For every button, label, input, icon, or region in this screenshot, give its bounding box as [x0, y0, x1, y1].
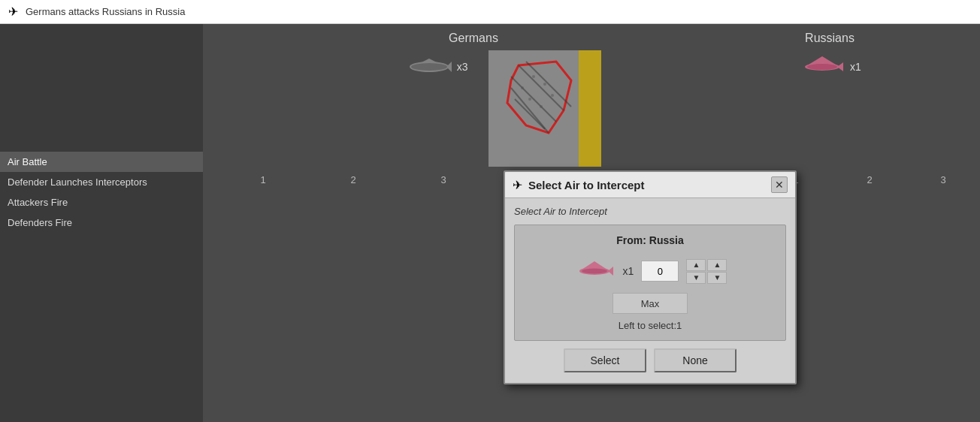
increment-max-button[interactable]: ▲	[707, 259, 727, 271]
svg-rect-12	[579, 50, 601, 167]
quantity-input[interactable]	[641, 261, 679, 282]
modal-buttons: Select None	[514, 348, 786, 372]
increment-button[interactable]: ▲	[686, 259, 706, 271]
attacker-slot-2: 2	[308, 174, 398, 185]
select-air-modal: ✈ Select Air to Intercept ✕ Select Air t…	[504, 170, 797, 384]
sidebar-item-defenders-fire[interactable]: Defenders Fire	[0, 213, 203, 233]
defender-slot-3: 3	[906, 174, 980, 185]
pink-fighter-icon	[798, 51, 847, 83]
attacker-slot-3: 3	[398, 174, 488, 185]
title-bar: ✈ Germans attacks Russians in Russia	[0, 0, 980, 24]
attackers-label: Germans	[449, 32, 498, 45]
decrement-button[interactable]: ▼	[686, 272, 706, 284]
unit-selector-row: x1 ▲ ▲ ▼ ▼	[524, 257, 776, 285]
modal-title-icon: ✈	[513, 178, 522, 192]
pink-fighter-group: x1	[798, 51, 861, 83]
unit-quantity-label: x1	[623, 265, 634, 277]
bomber-icon	[405, 51, 454, 83]
sidebar-item-attackers-fire[interactable]: Attackers Fire	[0, 192, 203, 213]
center-area: Germans	[203, 24, 980, 422]
left-to-select: Left to select:1	[524, 320, 776, 331]
sidebar: Air Battle Defender Launches Interceptor…	[0, 24, 203, 422]
svg-point-29	[807, 64, 837, 70]
defender-unit-1: x1	[798, 51, 861, 83]
select-button[interactable]: Select	[564, 348, 646, 372]
decrement-min-button[interactable]: ▼	[707, 272, 727, 284]
from-label: From: Russia	[524, 234, 776, 246]
bomber-group: x3	[405, 51, 468, 83]
svg-point-22	[540, 105, 543, 108]
defenders-label: Russians	[805, 32, 854, 45]
battle-area: Air Battle Defender Launches Interceptor…	[0, 24, 980, 422]
bomber-count: x3	[457, 61, 468, 73]
selection-box: From: Russia	[514, 225, 786, 341]
sidebar-item-defender-launches[interactable]: Defender Launches Interceptors	[0, 172, 203, 192]
attacker-slot-1: 1	[218, 174, 308, 185]
svg-point-24	[521, 86, 524, 89]
top-area: Germans	[203, 24, 980, 170]
svg-point-20	[543, 83, 546, 86]
modal-titlebar: ✈ Select Air to Intercept ✕	[505, 172, 795, 198]
map-svg	[488, 50, 601, 167]
modal-close-button[interactable]: ✕	[771, 176, 788, 193]
svg-point-19	[532, 75, 535, 78]
modal-plane-icon	[573, 257, 616, 285]
modal-title-text: Select Air to Intercept	[528, 179, 644, 191]
modal-titlebar-left: ✈ Select Air to Intercept	[513, 178, 644, 192]
pink-fighter-count: x1	[850, 61, 861, 73]
none-button[interactable]: None	[654, 348, 737, 372]
sidebar-item-air-battle[interactable]: Air Battle	[0, 152, 203, 172]
title-text: Germans attacks Russians in Russia	[26, 6, 185, 17]
svg-point-23	[528, 98, 531, 101]
svg-point-6	[411, 63, 447, 71]
defender-units-row: x1	[783, 51, 876, 83]
title-icon: ✈	[6, 5, 20, 19]
max-button[interactable]: Max	[612, 293, 688, 314]
down-steppers: ▼ ▼	[686, 272, 727, 284]
svg-point-34	[582, 269, 607, 274]
modal-subtitle: Select Air to Intercept	[514, 206, 786, 217]
modal-body: Select Air to Intercept From: Russia	[505, 198, 795, 383]
defender-slot-2: 2	[833, 174, 906, 185]
map-thumbnail	[488, 50, 601, 167]
up-steppers: ▲ ▲	[686, 259, 727, 271]
russians-panel: Russians	[679, 24, 980, 83]
attacker-unit-1: x3	[405, 51, 468, 83]
stepper-group: ▲ ▲ ▼ ▼	[686, 259, 727, 284]
germans-panel: Germans	[203, 24, 744, 170]
svg-point-21	[551, 94, 554, 97]
